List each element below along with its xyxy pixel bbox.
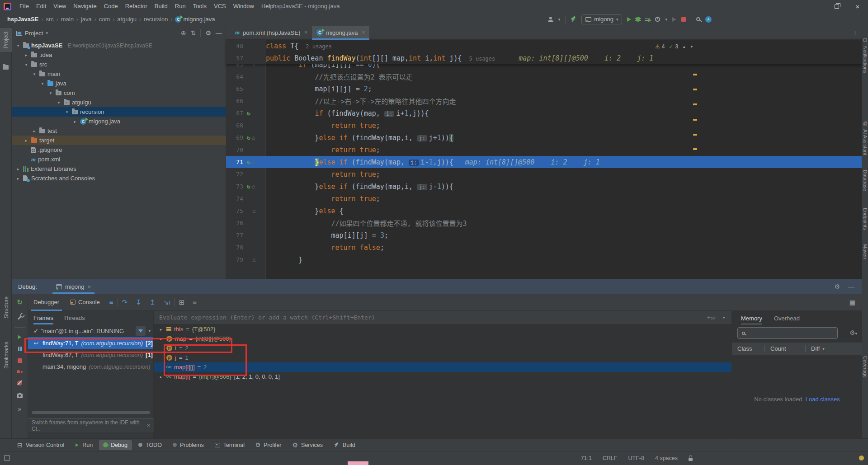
line-number[interactable]: 63: [226, 64, 247, 68]
gear-icon[interactable]: ⚙▾: [849, 329, 857, 336]
horizontal-scrollbar[interactable]: [32, 411, 150, 414]
line-number[interactable]: 70: [226, 146, 247, 153]
close-icon[interactable]: ×: [304, 29, 307, 36]
tool-window-button-services[interactable]: ⚙Services: [288, 440, 328, 450]
code-editor[interactable]: 48 class T{2 usages57 public Boolean fin…: [226, 40, 862, 279]
variable-row-mapij[interactable]: map[i][j] = 2: [154, 362, 731, 372]
column-header-diff[interactable]: Diff▾: [805, 345, 841, 352]
tab-console[interactable]: Console: [65, 294, 105, 311]
inspections-widget[interactable]: ⚠4 ✓3 ▲ ▼: [655, 43, 693, 50]
evaluate-expression-icon[interactable]: ⊞: [179, 298, 185, 306]
line-number[interactable]: 78: [226, 244, 247, 251]
tree-collapse-icon[interactable]: ▾: [40, 81, 45, 86]
step-into-icon[interactable]: ↧: [136, 298, 142, 306]
fold-marker-icon[interactable]: ⌂: [252, 160, 255, 165]
tab-debugger[interactable]: Debugger: [28, 294, 65, 311]
tool-window-button-profiler[interactable]: Profiler: [251, 440, 286, 450]
menu-tools[interactable]: Tools: [189, 0, 210, 13]
tool-window-tab-coverage[interactable]: Coverage: [863, 356, 868, 378]
breadcrumb-item[interactable]: atguigu: [116, 16, 137, 23]
tool-window-button-vcs[interactable]: ⊟Version Control: [13, 440, 69, 450]
variable-row-map[interactable]: ▸pmap = {int[8][]@500}: [154, 334, 731, 343]
tree-collapse-icon[interactable]: ▾: [32, 72, 37, 76]
tool-window-tab-bookmarks[interactable]: Bookmarks: [3, 342, 9, 369]
tree-item-com[interactable]: ▾com: [12, 88, 226, 98]
debug-session-tab[interactable]: migong ×: [56, 279, 91, 294]
tool-window-button-debug[interactable]: Debug: [99, 440, 132, 450]
tool-window-tab-maven[interactable]: Maven: [863, 244, 868, 259]
line-number[interactable]: 74: [226, 195, 247, 202]
frame-row[interactable]: findWay:67, T(com.atguigu.recursion)[1]: [28, 349, 153, 361]
menu-window[interactable]: Window: [230, 0, 258, 13]
layout-kit-icon[interactable]: ▦: [849, 299, 855, 306]
line-number[interactable]: 64: [226, 73, 247, 80]
chevron-down-icon[interactable]: ▾: [148, 329, 151, 333]
run-button[interactable]: [627, 17, 631, 22]
tree-item-main[interactable]: ▾main: [12, 69, 226, 79]
tool-window-tab-ai-assistant[interactable]: AI Assistant: [863, 129, 868, 155]
breadcrumb-item[interactable]: main: [60, 16, 75, 23]
variable-row-j[interactable]: pj = 1: [154, 353, 731, 362]
tree-item-atguigu[interactable]: ▾atguigu: [12, 98, 226, 107]
hide-panel-icon[interactable]: —: [216, 29, 222, 37]
tree-expand-icon[interactable]: ▸: [15, 176, 21, 181]
run-configuration-select[interactable]: migong ▾: [581, 14, 622, 24]
breadcrumb-item[interactable]: java: [80, 16, 93, 23]
debug-button[interactable]: [636, 17, 640, 22]
view-breakpoints-icon[interactable]: [17, 370, 23, 373]
tool-window-tab-database[interactable]: Database: [863, 170, 868, 191]
line-number[interactable]: 71: [226, 159, 247, 165]
tree-item-external-libraries[interactable]: ▸External Libraries: [12, 164, 226, 174]
settings-wrench-icon[interactable]: [18, 315, 22, 319]
line-separator[interactable]: CRLF: [603, 455, 618, 461]
locate-file-icon[interactable]: ⊕: [181, 29, 186, 37]
tree-expand-icon[interactable]: ▸: [15, 167, 21, 171]
tree-item-hspjavase[interactable]: ▾hspJavaSEE:\workplace01\javaSE\hspJavaS…: [12, 41, 226, 50]
step-over-icon[interactable]: ↷: [122, 298, 128, 306]
line-number[interactable]: 66: [226, 98, 247, 104]
fold-marker-icon[interactable]: ⌂: [252, 135, 255, 141]
notifications-icon[interactable]: [863, 38, 867, 42]
tree-item--gitignore[interactable]: .gitignore: [12, 145, 226, 155]
menu-navigate[interactable]: Navigate: [70, 0, 100, 13]
column-header-count[interactable]: Count: [764, 345, 805, 352]
evaluate-expression-input[interactable]: Evaluate expression (Enter) or add a wat…: [154, 311, 731, 324]
search-everywhere-icon[interactable]: [696, 17, 700, 21]
tool-window-tab-structure[interactable]: Structure: [3, 296, 9, 319]
tab-frames[interactable]: Frames: [33, 311, 53, 324]
tree-item-migong-java[interactable]: ▸Cmigong.java: [12, 117, 226, 126]
view-options-icon[interactable]: ≡: [193, 298, 197, 306]
menu-code[interactable]: Code: [100, 0, 122, 13]
frame-row[interactable]: main:34, migong(com.atguigu.recursion): [28, 361, 153, 372]
tree-collapse-icon[interactable]: ▾: [15, 43, 21, 48]
variable-row-i[interactable]: pi = 2: [154, 343, 731, 353]
gear-icon[interactable]: ⚙: [834, 283, 840, 290]
fold-marker-icon[interactable]: ⌂: [252, 257, 255, 263]
line-number[interactable]: 48: [226, 42, 247, 49]
caret-position[interactable]: 71:1: [581, 455, 592, 461]
indent-style[interactable]: 4 spaces: [655, 455, 678, 461]
tool-window-switcher-icon[interactable]: [4, 455, 10, 461]
tab-threads[interactable]: Threads: [63, 311, 85, 324]
tool-window-button-todo[interactable]: TODO: [134, 440, 166, 450]
tree-item-src[interactable]: ▾src: [12, 60, 226, 69]
notification-bubble-icon[interactable]: [859, 456, 864, 460]
tree-item-java[interactable]: ▾java: [12, 79, 226, 88]
close-icon[interactable]: ×: [88, 283, 91, 290]
close-icon[interactable]: ×: [147, 423, 150, 429]
tree-expand-icon[interactable]: ▸: [32, 129, 37, 133]
breadcrumb-item[interactable]: com: [98, 16, 111, 23]
load-classes-link[interactable]: Load classes: [806, 396, 840, 403]
menu-file[interactable]: File: [16, 0, 33, 13]
tree-item-pom-xml[interactable]: mpom.xml: [12, 155, 226, 164]
tree-expand-icon[interactable]: ▸: [72, 119, 78, 124]
tool-window-button-terminal[interactable]: Terminal: [210, 440, 249, 450]
tree-collapse-icon[interactable]: ▾: [64, 110, 70, 114]
tab-memory[interactable]: Memory: [741, 311, 762, 325]
line-number[interactable]: 72: [226, 171, 247, 178]
run-with-coverage-button[interactable]: [645, 17, 650, 22]
gear-icon[interactable]: ⚙: [205, 29, 211, 37]
update-available-icon[interactable]: [705, 16, 712, 23]
line-number[interactable]: 73: [226, 183, 247, 190]
chevron-down-icon[interactable]: ▾: [558, 17, 561, 22]
